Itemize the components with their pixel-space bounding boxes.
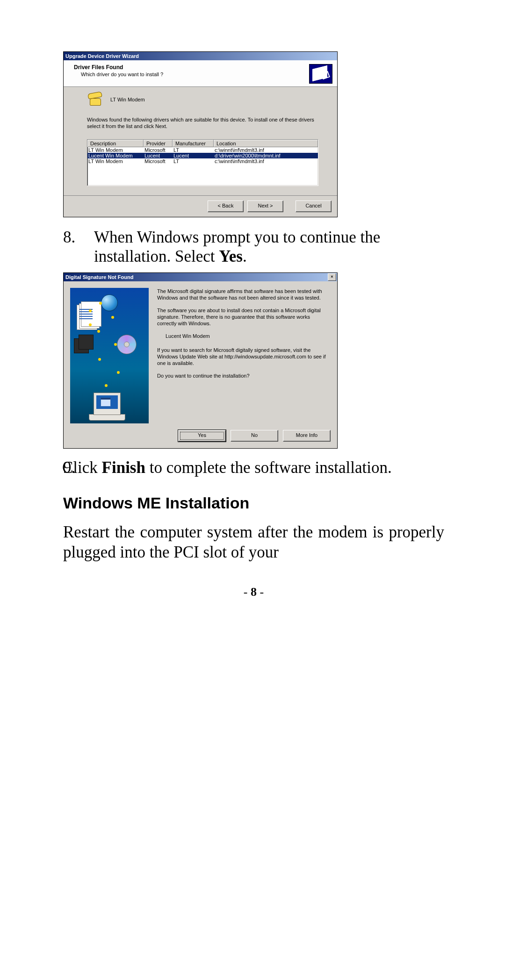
sig-device-name: Lucent Win Modem (166, 333, 330, 339)
driver-list[interactable]: Description Provider Manufacturer Locati… (87, 139, 318, 186)
digital-signature-dialog: Digital Signature Not Found × The Micros… (63, 272, 338, 449)
col-location[interactable]: Location (214, 140, 318, 147)
instruction-step-9: 9. Click Finish to complete the software… (63, 458, 444, 477)
driver-row-selected[interactable]: Lucent Win Modem Lucent Lucent d:\driver… (87, 153, 318, 158)
no-button[interactable]: No (231, 430, 278, 442)
wizard-header-icon (309, 64, 332, 84)
sig-titlebar[interactable]: Digital Signature Not Found × (64, 273, 337, 281)
signature-artwork (70, 288, 149, 423)
back-button[interactable]: < Back (208, 200, 244, 212)
device-name: LT Win Modem (110, 97, 145, 102)
driver-list-header: Description Provider Manufacturer Locati… (87, 140, 318, 147)
close-icon[interactable]: × (328, 273, 336, 281)
yes-button[interactable]: Yes (178, 430, 226, 442)
sig-paragraph: If you want to search for Microsoft digi… (157, 347, 330, 367)
cancel-button[interactable]: Cancel (296, 200, 332, 212)
modem-phone-icon (87, 93, 104, 107)
monitor-icon (94, 393, 121, 415)
wizard-title: Upgrade Device Driver Wizard (65, 52, 139, 60)
wizard-header: Driver Files Found Which driver do you w… (64, 60, 337, 87)
body-paragraph: Restart the computer system after the mo… (63, 522, 444, 562)
globe-icon (101, 294, 118, 311)
wizard-header-subtitle: Which driver do you want to install ? (81, 72, 309, 77)
sig-paragraph: The software you are about to install do… (157, 307, 330, 327)
col-provider[interactable]: Provider (144, 140, 173, 147)
wizard-header-title: Driver Files Found (74, 64, 309, 71)
cd-icon (117, 335, 137, 354)
page-number: - 8 - (63, 585, 444, 599)
col-manufacturer[interactable]: Manufacturer (173, 140, 214, 147)
next-button[interactable]: Next > (247, 200, 283, 212)
sig-paragraph: The Microsoft digital signature affirms … (157, 288, 330, 301)
wizard-instruction-text: Windows found the following drivers whic… (87, 117, 318, 130)
instruction-step-8: 8. When Windows prompt you to continue t… (63, 228, 444, 266)
section-heading: Windows ME Installation (63, 494, 444, 512)
driver-row[interactable]: LT Win Modem Microsoft LT c:\winnt\inf\m… (87, 158, 318, 164)
driver-row[interactable]: LT Win Modem Microsoft LT c:\winnt\inf\m… (87, 147, 318, 153)
floppy-disk-icon (74, 335, 95, 355)
col-description[interactable]: Description (87, 140, 144, 147)
step-number: 8. (63, 228, 94, 266)
sig-title: Digital Signature Not Found (65, 273, 133, 281)
upgrade-driver-wizard-dialog: Upgrade Device Driver Wizard Driver File… (63, 51, 338, 217)
wizard-titlebar[interactable]: Upgrade Device Driver Wizard (64, 52, 337, 60)
sig-question: Do you want to continue the installation… (157, 372, 330, 379)
more-info-button[interactable]: More Info (283, 430, 331, 442)
